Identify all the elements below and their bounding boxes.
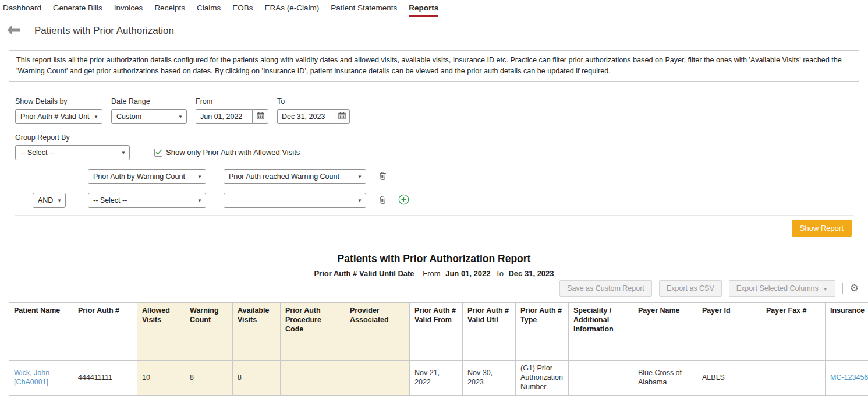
column-header-warning-count[interactable]: Warning Count xyxy=(185,302,233,360)
column-header-provider-associated[interactable]: Provider Associated xyxy=(345,302,410,360)
column-header-insurance[interactable]: Insurance xyxy=(826,302,868,360)
column-header-allowed-visits[interactable]: Allowed Visits xyxy=(137,302,185,360)
nav-reports[interactable]: Reports xyxy=(409,3,438,17)
insurance-link[interactable]: MC-1234567 xyxy=(830,373,868,382)
show-only-checkbox[interactable] xyxy=(154,149,162,157)
cell-provider-associated xyxy=(345,360,410,395)
from-date-input[interactable] xyxy=(196,109,252,124)
report-actions: Save as Custom Report Export as CSV Expo… xyxy=(9,280,859,297)
subtitle-from-date: Jun 01, 2022 xyxy=(445,269,490,278)
condition-1-value: Prior Auth reached Warning Count xyxy=(229,172,339,181)
condition-2-operator-value: AND xyxy=(38,196,53,204)
condition-2-field-select[interactable]: -- Select -- ▼ xyxy=(88,193,206,208)
to-calendar-button[interactable] xyxy=(334,109,350,124)
export-selected-columns-label: Export Selected Columns xyxy=(736,284,819,292)
condition-2-value-select[interactable]: ▼ xyxy=(224,193,366,208)
to-date-input[interactable] xyxy=(277,109,334,124)
report-table: Patient Name Prior Auth # Allowed Visits… xyxy=(9,302,868,396)
column-header-payer-fax[interactable]: Payer Fax # xyxy=(761,302,826,360)
delete-condition-2-button[interactable] xyxy=(379,195,387,206)
table-row: Wick, John [ChA0001] 444411111 10 8 8 No… xyxy=(9,360,868,395)
nav-eobs[interactable]: EOBs xyxy=(232,3,253,17)
group-report-by-select[interactable]: -- Select -- ▼ xyxy=(15,145,130,160)
chevron-down-icon: ▼ xyxy=(178,114,183,119)
column-header-prior-auth[interactable]: Prior Auth # xyxy=(73,302,137,360)
nav-generate-bills[interactable]: Generate Bills xyxy=(53,3,102,17)
group-report-by-label: Group Report By xyxy=(15,133,853,142)
nav-dashboard[interactable]: Dashboard xyxy=(3,3,41,17)
plus-circle-icon xyxy=(398,194,409,207)
cell-speciality xyxy=(569,360,633,395)
nav-receipts[interactable]: Receipts xyxy=(154,3,185,17)
column-header-payer-id[interactable]: Payer Id xyxy=(697,302,761,360)
nav-eras-eclaim[interactable]: ERAs (e-Claim) xyxy=(264,3,319,17)
show-details-by-select[interactable]: Prior Auth # Valid Until Date ▼ xyxy=(15,109,102,124)
nav-invoices[interactable]: Invoices xyxy=(114,3,143,17)
condition-2-operator-select[interactable]: AND ▼ xyxy=(33,193,66,208)
nav-patient-statements[interactable]: Patient Statements xyxy=(331,3,397,17)
patient-link[interactable]: Wick, John [ChA0001] xyxy=(14,369,49,386)
filter-panel: Show Details by Prior Auth # Valid Until… xyxy=(9,91,859,242)
subtitle-to-date: Dec 31, 2023 xyxy=(508,269,554,278)
subtitle-field: Prior Auth # Valid Until Date xyxy=(314,269,414,278)
show-details-by-value: Prior Auth # Valid Until Date xyxy=(20,112,90,121)
condition-row-2: AND ▼ -- Select -- ▼ ▼ xyxy=(15,193,853,208)
date-range-label: Date Range xyxy=(111,97,187,105)
table-header-row: Patient Name Prior Auth # Allowed Visits… xyxy=(9,302,868,360)
show-details-by-label: Show Details by xyxy=(15,97,102,105)
column-header-patient-name[interactable]: Patient Name xyxy=(9,302,73,360)
report-title: Patients with Prior Authorization Report xyxy=(0,253,868,265)
title-bar: Patients with Prior Authorization xyxy=(0,17,868,44)
chevron-down-icon: ▼ xyxy=(357,174,362,179)
trash-icon xyxy=(379,171,387,182)
condition-2-field-value: -- Select -- xyxy=(93,196,127,204)
column-header-valid-util[interactable]: Prior Auth # Valid Util xyxy=(463,302,516,360)
page-title: Patients with Prior Authorization xyxy=(34,25,174,37)
chevron-down-icon: ▼ xyxy=(57,197,62,203)
condition-1-value-select[interactable]: Prior Auth reached Warning Count ▼ xyxy=(224,169,366,184)
condition-1-field-value: Prior Auth by Warning Count xyxy=(93,172,185,181)
back-arrow-icon xyxy=(7,25,20,37)
chevron-down-icon: ▼ xyxy=(823,287,828,292)
from-calendar-button[interactable] xyxy=(252,109,268,124)
gear-icon[interactable]: ⚙ xyxy=(850,283,859,293)
top-nav: Dashboard Generate Bills Invoices Receip… xyxy=(0,0,868,17)
column-header-type[interactable]: Prior Auth # Type xyxy=(516,302,569,360)
checkmark-icon xyxy=(155,148,162,157)
column-header-valid-from[interactable]: Prior Auth # Valid From xyxy=(410,302,463,360)
divider xyxy=(27,21,27,41)
export-as-csv-button[interactable]: Export as CSV xyxy=(659,280,722,297)
show-report-button[interactable]: Show Report xyxy=(792,220,852,237)
group-report-by-value: -- Select -- xyxy=(20,149,54,157)
delete-condition-1-button[interactable] xyxy=(379,171,387,182)
export-selected-columns-button[interactable]: Export Selected Columns▼ xyxy=(729,280,835,297)
cell-type: (G1) Prior Authorization Number xyxy=(516,360,569,395)
show-only-checkbox-row: Show only Prior Auth with Allowed Visits xyxy=(154,148,300,157)
trash-icon xyxy=(379,195,387,206)
subtitle-from-label: From xyxy=(423,269,440,278)
save-as-custom-report-button[interactable]: Save as Custom Report xyxy=(559,280,652,297)
chevron-down-icon: ▼ xyxy=(94,114,98,119)
chevron-down-icon: ▼ xyxy=(357,197,362,203)
to-label: To xyxy=(277,97,350,105)
cell-payer-id: ALBLS xyxy=(697,360,761,395)
chevron-down-icon: ▼ xyxy=(197,197,202,203)
add-condition-button[interactable] xyxy=(398,194,409,207)
cell-patient-name: Wick, John [ChA0001] xyxy=(9,360,73,395)
cell-allowed-visits: 10 xyxy=(137,360,185,395)
column-header-available-visits[interactable]: Available Visits xyxy=(233,302,281,360)
cell-payer-fax xyxy=(761,360,826,395)
divider xyxy=(842,283,843,294)
chevron-down-icon: ▼ xyxy=(197,174,202,179)
date-range-select[interactable]: Custom ▼ xyxy=(111,109,187,124)
condition-1-field-select[interactable]: Prior Auth by Warning Count ▼ xyxy=(88,169,206,184)
cell-valid-from: Nov 21, 2022 xyxy=(410,360,463,395)
cell-warning-count: 8 xyxy=(185,360,233,395)
back-button[interactable] xyxy=(7,25,22,37)
column-header-speciality[interactable]: Speciality / Additional Information xyxy=(569,302,633,360)
column-header-payer-name[interactable]: Payer Name xyxy=(633,302,697,360)
calendar-icon xyxy=(338,112,346,121)
report-description: This report lists all the prior authoriz… xyxy=(9,50,859,82)
column-header-procedure-code[interactable]: Prior Auth Procedure Code xyxy=(281,302,345,360)
nav-claims[interactable]: Claims xyxy=(197,3,221,17)
